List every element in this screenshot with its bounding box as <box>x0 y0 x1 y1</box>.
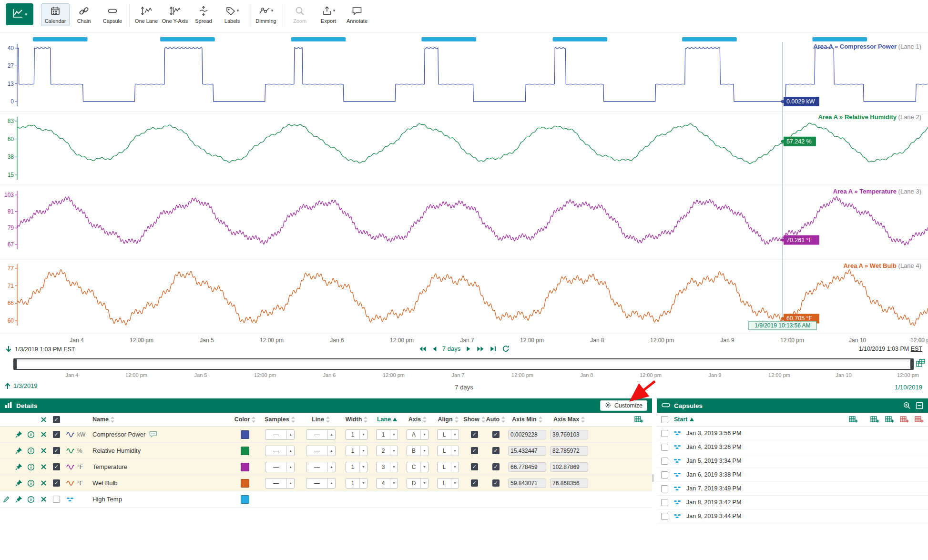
remove-icon[interactable] <box>37 491 50 507</box>
item-name[interactable]: Wet Bulb <box>92 479 118 487</box>
toolbar-button-calendar[interactable]: Calendar <box>41 3 70 26</box>
details-row-relative-humidity[interactable]: %Relative Humidity—▴—▴1▾2▾B▾L▾15.4324478… <box>0 443 652 459</box>
lane-dropdown[interactable]: 4▾ <box>376 478 398 489</box>
row-checkbox[interactable] <box>53 447 60 454</box>
row-checkbox[interactable] <box>53 479 60 487</box>
col-auto[interactable]: Auto <box>485 413 506 426</box>
pan-fast-back-button[interactable] <box>418 346 427 352</box>
remove-icon[interactable] <box>37 459 50 475</box>
axis-dropdown[interactable]: B▾ <box>407 446 428 456</box>
capsule-row[interactable]: Jan 8, 2019 3:42 PM <box>657 496 928 509</box>
pan-back-button[interactable] <box>432 346 437 352</box>
condition-capsule-bar[interactable] <box>421 37 476 41</box>
col-lane[interactable]: Lane <box>372 413 402 426</box>
pan-to-end-button[interactable] <box>489 346 497 352</box>
range-start-up-arrow-icon[interactable] <box>5 382 10 389</box>
color-swatch[interactable] <box>241 479 249 488</box>
timeline-capsule-grid-icon[interactable] <box>916 359 925 369</box>
timeline-range-bar[interactable] <box>13 358 914 370</box>
timezone-link[interactable]: EST <box>911 346 922 352</box>
condition-capsule-bar[interactable] <box>33 37 88 41</box>
pin-icon[interactable] <box>12 491 25 507</box>
axis-min-input[interactable]: 66.778459 <box>508 462 546 472</box>
toolbar-button-dimming[interactable]: ▾ Dimming <box>252 3 280 26</box>
capsule-row[interactable]: Jan 9, 2019 3:44 PM <box>657 509 928 523</box>
row-checkbox[interactable] <box>53 463 60 470</box>
color-swatch[interactable] <box>241 447 249 455</box>
axis-dropdown[interactable]: D▾ <box>407 478 428 489</box>
pan-forward-button[interactable] <box>466 346 471 352</box>
condition-capsule-bar[interactable] <box>553 37 608 41</box>
select-all-checkbox[interactable] <box>53 416 60 423</box>
color-swatch[interactable] <box>241 463 249 471</box>
axis-min-input[interactable]: 0.0029228 <box>508 430 546 439</box>
duration-button[interactable]: 7 days <box>442 345 460 352</box>
details-row-compressor-power[interactable]: kWCompressor Power—▴—▴1▾1▾A▾L▾0.00292283… <box>0 427 652 443</box>
remove-icon[interactable] <box>37 475 50 491</box>
axis-max-input[interactable]: 39.769103 <box>550 430 588 439</box>
series-area-a-compressor-power[interactable] <box>17 48 928 102</box>
capsule-checkbox[interactable] <box>661 444 668 451</box>
col-axis-min[interactable]: Axis Min <box>506 413 548 426</box>
capsule-checkbox[interactable] <box>661 458 668 465</box>
row-checkbox[interactable] <box>53 496 60 503</box>
line-style-dropdown[interactable]: —▴ <box>306 429 336 440</box>
samples-style-dropdown[interactable]: —▴ <box>265 462 295 472</box>
edit-icon[interactable] <box>0 491 12 507</box>
info-icon[interactable] <box>25 491 37 507</box>
timezone-link[interactable]: EST <box>63 346 75 353</box>
col-line[interactable]: Line <box>300 413 341 426</box>
lane-label[interactable]: Area A » Compressor Power (Lane 1) <box>813 43 921 50</box>
samples-style-dropdown[interactable]: —▴ <box>265 446 295 456</box>
line-width-dropdown[interactable]: 1▾ <box>346 462 367 472</box>
show-checkbox[interactable] <box>471 431 478 438</box>
condition-capsule-bar[interactable] <box>682 37 737 41</box>
toolbar-button-capsule[interactable]: Capsule <box>98 3 127 26</box>
col-start[interactable]: Start <box>674 416 694 423</box>
capsule-row[interactable]: Jan 7, 2019 3:49 PM <box>657 482 928 496</box>
comment-icon[interactable] <box>149 431 157 438</box>
lane-label[interactable]: Area A » Temperature (Lane 3) <box>833 188 921 195</box>
capsule-checkbox[interactable] <box>661 513 668 520</box>
capsule-checkbox[interactable] <box>661 485 668 492</box>
capsule-grid-icon[interactable] <box>849 416 858 423</box>
lane-label[interactable]: Area A » Wet Bulb (Lane 4) <box>843 262 921 269</box>
capsule-checkbox[interactable] <box>661 499 668 506</box>
samples-style-dropdown[interactable]: —▴ <box>265 478 295 489</box>
pan-fast-forward-button[interactable] <box>476 346 484 352</box>
axis-max-input[interactable]: 102.87869 <box>550 462 588 472</box>
remove-all-icon[interactable] <box>37 413 50 426</box>
align-dropdown[interactable]: L▾ <box>437 429 459 440</box>
align-dropdown[interactable]: L▾ <box>437 462 459 472</box>
details-row-wet-bulb[interactable]: °FWet Bulb—▴—▴1▾4▾D▾L▾59.84307176.868356 <box>0 475 652 491</box>
pin-icon[interactable] <box>12 475 25 491</box>
capsule-grid-icon-remove[interactable] <box>900 416 909 423</box>
col-align[interactable]: Align <box>433 413 463 426</box>
condition-capsule-bar[interactable] <box>291 37 346 41</box>
line-width-dropdown[interactable]: 1▾ <box>346 446 367 456</box>
remove-icon[interactable] <box>37 443 50 458</box>
col-axis[interactable]: Axis <box>402 413 433 426</box>
toolbar-button-chain[interactable]: Chain <box>70 3 98 26</box>
capsule-row[interactable]: Jan 6, 2019 3:38 PM <box>657 468 928 482</box>
samples-style-dropdown[interactable]: —▴ <box>265 429 295 440</box>
auto-checkbox[interactable] <box>492 479 500 487</box>
capsule-row[interactable]: Jan 3, 2019 3:56 PM <box>657 427 928 440</box>
axis-dropdown[interactable]: A▾ <box>407 429 428 440</box>
capsule-checkbox[interactable] <box>661 471 668 479</box>
add-column-icon[interactable] <box>634 413 643 426</box>
timeline-left-handle[interactable] <box>13 358 17 370</box>
auto-checkbox[interactable] <box>492 463 500 470</box>
condition-capsule-bar[interactable] <box>813 37 867 41</box>
col-width[interactable]: Width <box>341 413 372 426</box>
axis-dropdown[interactable]: C▾ <box>407 462 428 472</box>
col-name[interactable]: Name <box>92 413 231 426</box>
investigate-start-date[interactable]: 1/3/2019 <box>13 382 38 389</box>
timeline-right-handle[interactable] <box>910 358 914 370</box>
toolbar-button-labels[interactable]: ▾ Labels <box>218 3 246 26</box>
toolbar-button-spread[interactable]: Spread <box>189 3 218 26</box>
item-name[interactable]: High Temp <box>92 496 122 503</box>
pin-icon[interactable] <box>12 459 25 475</box>
color-swatch[interactable] <box>241 495 249 504</box>
capsules-select-all-checkbox[interactable] <box>661 416 668 423</box>
